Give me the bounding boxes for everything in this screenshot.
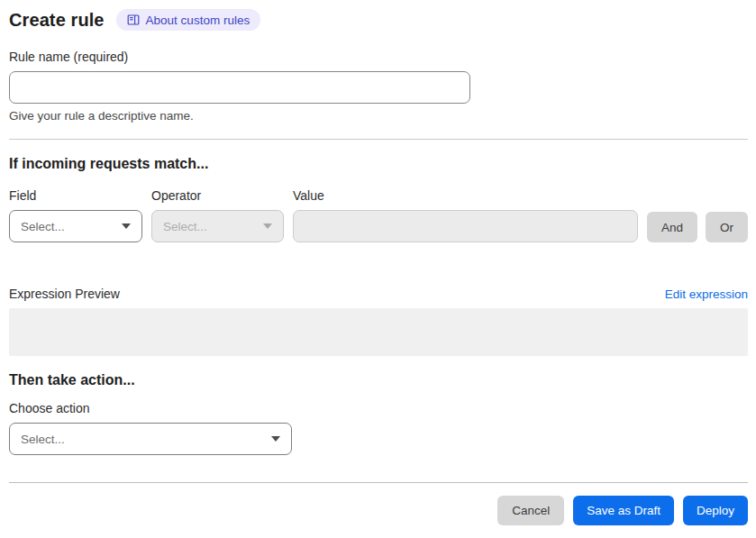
deploy-button[interactable]: Deploy [683, 496, 748, 525]
about-badge-label: About custom rules [146, 14, 250, 27]
save-as-draft-button[interactable]: Save as Draft [573, 496, 674, 525]
field-label: Field [9, 188, 142, 203]
match-section-heading: If incoming requests match... [9, 156, 748, 172]
action-select-value: Select... [21, 433, 65, 446]
action-section-heading: Then take action... [9, 372, 748, 388]
chevron-down-icon [271, 436, 280, 442]
rule-name-helper: Give your rule a descriptive name. [9, 109, 748, 123]
chevron-down-icon [122, 223, 131, 229]
page-header: Create rule About custom rules [9, 9, 748, 31]
expression-preview-label: Expression Preview [9, 287, 120, 301]
about-custom-rules-badge[interactable]: About custom rules [116, 9, 261, 31]
operator-label: Operator [151, 188, 284, 203]
rule-name-label: Rule name (required) [9, 50, 128, 64]
chevron-down-icon [263, 223, 272, 229]
choose-action-label: Choose action [9, 401, 748, 415]
value-column: Value [293, 188, 638, 242]
section-divider [9, 139, 748, 140]
expression-preview-header: Expression Preview Edit expression [9, 287, 748, 301]
book-icon [127, 14, 140, 26]
operator-select: Select... [151, 210, 284, 242]
rule-name-block: Rule name (required) Give your rule a de… [9, 49, 748, 123]
or-button[interactable]: Or [706, 212, 748, 242]
operator-select-value: Select... [163, 220, 207, 233]
footer-divider [9, 482, 748, 483]
field-column: Field Select... [9, 188, 142, 242]
edit-expression-link[interactable]: Edit expression [665, 287, 748, 301]
field-select[interactable]: Select... [9, 210, 142, 242]
operator-column: Operator Select... [151, 188, 284, 242]
and-button[interactable]: And [647, 212, 697, 242]
value-label: Value [293, 188, 638, 203]
expression-preview-box [9, 308, 748, 356]
cancel-button[interactable]: Cancel [497, 496, 564, 525]
page-title: Create rule [9, 10, 105, 31]
match-condition-row: Field Select... Operator Select... Value… [9, 188, 748, 242]
create-rule-page: Create rule About custom rules Rule name… [0, 0, 756, 525]
andor-button-group: And Or [647, 212, 748, 242]
footer-actions: Cancel Save as Draft Deploy [9, 496, 748, 525]
rule-name-input[interactable] [9, 71, 470, 104]
action-select[interactable]: Select... [9, 423, 292, 455]
value-input [293, 210, 638, 242]
field-select-value: Select... [21, 220, 65, 233]
